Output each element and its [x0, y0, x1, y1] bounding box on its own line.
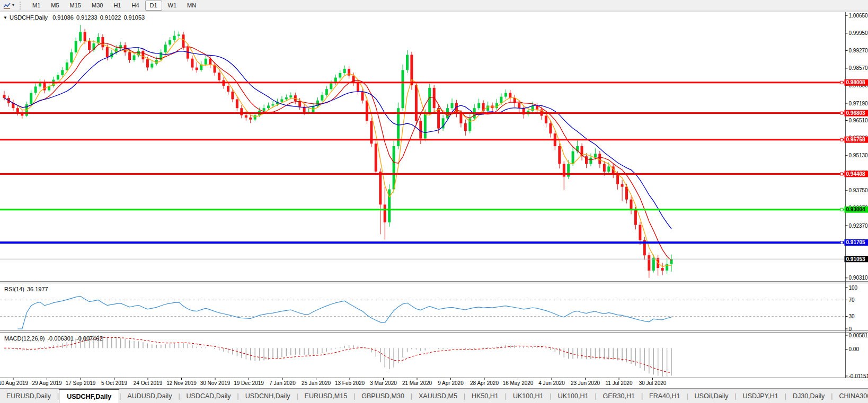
candle-body — [639, 225, 641, 240]
candle-body — [146, 59, 149, 67]
toolbar-grip[interactable] — [20, 2, 23, 10]
candle-body — [75, 41, 77, 52]
chart-tab-GBPUSD-M30[interactable]: GBPUSD,M30 — [355, 389, 411, 403]
line-endpoint-handle[interactable] — [840, 81, 843, 84]
date-axis-label: 25 Jan 2020 — [302, 380, 331, 386]
candle-body — [187, 47, 189, 59]
chart-tab-AUDUSD-Daily[interactable]: AUDUSD,Daily — [121, 389, 178, 403]
candle-body — [191, 59, 193, 68]
candle-body — [375, 144, 377, 172]
timeframe-button-H1[interactable]: H1 — [109, 1, 126, 11]
candle-body — [272, 104, 274, 105]
date-axis-label: 5 Oct 2019 — [101, 380, 127, 386]
chart-tab-UK100-H1[interactable]: UK100,H1 — [507, 389, 550, 403]
candle-body — [357, 83, 359, 92]
candle-body — [285, 97, 288, 99]
timeframe-button-W1[interactable]: W1 — [163, 1, 182, 11]
macd-axis-label: 0.005818 — [849, 333, 868, 338]
chart-tab-USDCNH-Daily[interactable]: USDCNH,Daily — [239, 389, 297, 403]
candle-body — [366, 101, 368, 121]
candle-body — [57, 75, 59, 80]
price-axis-label: 0.96510 — [849, 118, 868, 123]
candle-body — [549, 123, 552, 133]
line-endpoint-handle[interactable] — [840, 138, 843, 141]
macd-histogram — [4, 335, 671, 377]
chart-tab-USDJPY-H1[interactable]: USDJPY,H1 — [737, 389, 785, 403]
candle-body — [348, 69, 350, 76]
candle-body — [289, 95, 292, 97]
timeframe-button-MN[interactable]: MN — [182, 1, 201, 11]
chart-tab-CHINA300-H4[interactable]: CHINA300,H4 — [832, 389, 868, 403]
candle-body — [150, 64, 153, 67]
line-endpoint-handle[interactable] — [840, 173, 843, 175]
date-axis-label: 23 Jun 2020 — [571, 380, 600, 386]
line-endpoint-handle[interactable] — [840, 112, 843, 114]
rsi-axis-label: 30 — [849, 314, 855, 319]
candle-body — [70, 52, 73, 62]
macd-axis-label: -0.011514 — [849, 373, 868, 379]
candle-body — [218, 73, 220, 80]
chart-tab-DJ30-Daily[interactable]: DJ30,Daily — [786, 389, 831, 403]
chart-canvas[interactable]: 1.006500.999500.992700.985700.978900.971… — [0, 11, 868, 388]
candle-body — [254, 115, 256, 120]
chart-menu-caret-icon[interactable]: ▼ — [3, 15, 7, 20]
candle-body — [325, 89, 328, 95]
date-axis-label: 30 Nov 2019 — [200, 380, 231, 386]
candle-body — [572, 151, 574, 164]
chart-tab-FRA40-H1[interactable]: FRA40,H1 — [643, 389, 686, 403]
date-axis-label: 11 Jul 2020 — [606, 380, 633, 386]
price-level-label-text: 0.94408 — [846, 171, 866, 177]
candle-body — [361, 92, 364, 101]
chart-tab-EURUSD-Daily[interactable]: EURUSD,Daily — [0, 389, 57, 403]
candle-body — [419, 121, 422, 139]
candle-body — [84, 32, 86, 41]
candle-body — [518, 103, 520, 109]
candle-body — [128, 52, 131, 60]
candle-body — [3, 95, 6, 98]
candle-body — [267, 105, 270, 108]
timeframe-button-M1[interactable]: M1 — [28, 1, 45, 11]
candle-body — [79, 32, 82, 41]
price-level-label-text: 0.91053 — [846, 256, 866, 262]
date-axis-label: 4 Jun 2020 — [538, 380, 565, 386]
timeframe-button-M5[interactable]: M5 — [46, 1, 64, 11]
candle-body — [616, 174, 619, 184]
timeframe-button-M30[interactable]: M30 — [87, 1, 108, 11]
chart-tab-EURUSD-M15[interactable]: EURUSD,M15 — [298, 389, 354, 403]
macd-axis-label: 0.00 — [849, 346, 860, 352]
line-endpoint-handle[interactable] — [840, 208, 843, 211]
candle-body — [428, 88, 431, 113]
chart-tab-USDCAD-Daily[interactable]: USDCAD,Daily — [180, 389, 237, 403]
candle-body — [379, 172, 382, 204]
price-level-label-text: 0.98008 — [846, 79, 866, 85]
chart-tab-GER30-H1[interactable]: GER30,H1 — [597, 389, 641, 403]
timeframe-button-H4[interactable]: H4 — [127, 1, 144, 11]
line-endpoint-handle[interactable] — [840, 241, 843, 244]
timeframe-button-M15[interactable]: M15 — [65, 1, 86, 11]
candle-body — [393, 146, 395, 190]
candle-body — [173, 36, 176, 40]
price-level-label-text: 0.95758 — [846, 137, 866, 142]
candle-body — [66, 62, 68, 70]
timeframe-button-D1[interactable]: D1 — [145, 1, 162, 11]
price-level-label-text: 0.93004 — [846, 207, 866, 212]
date-axis-label: 28 Apr 2020 — [470, 380, 499, 386]
chart-tab-UK100-H1[interactable]: UK100,H1 — [552, 389, 595, 403]
candle-body — [607, 166, 610, 172]
chart-tab-USOil-Daily[interactable]: USOil,Daily — [688, 389, 735, 403]
chart-tab-USDCHF-Daily[interactable]: USDCHF,Daily — [59, 389, 119, 403]
price-axis-label: 0.98570 — [849, 65, 868, 71]
candle-body — [459, 113, 462, 123]
date-axis-label: 24 Oct 2019 — [134, 380, 163, 386]
date-axis-label: 30 Jul 2020 — [639, 380, 667, 386]
date-axis-label: 19 Dec 2019 — [234, 380, 264, 386]
chart-tab-HK50-H1[interactable]: HK50,H1 — [465, 389, 505, 403]
candle-body — [495, 103, 498, 109]
candle-body — [594, 154, 597, 157]
line-studies-button[interactable]: ▾ — [0, 1, 17, 10]
candle-body — [34, 86, 37, 93]
chart-tab-XAUUSD-M5[interactable]: XAUUSD,M5 — [412, 389, 464, 403]
ma-slow-line — [4, 48, 671, 229]
candlestick-series — [3, 25, 673, 278]
candle-body — [621, 184, 624, 187]
